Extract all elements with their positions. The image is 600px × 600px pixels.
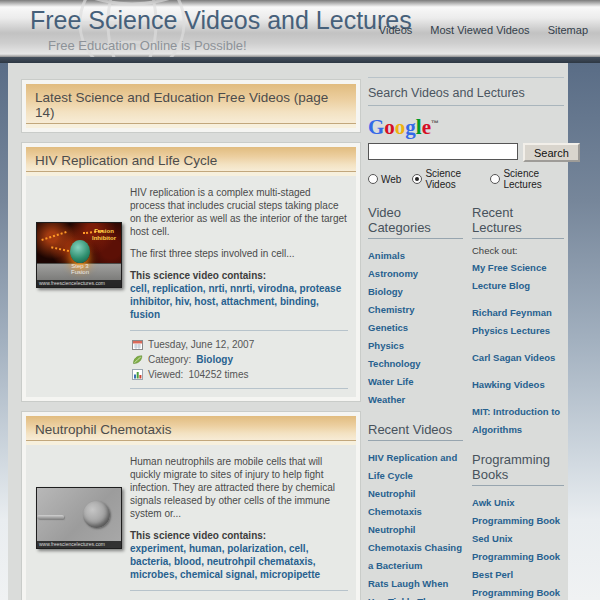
tag-link[interactable]: microbes (130, 569, 180, 580)
video-thumbnail[interactable]: Fusion Inhibitor Step 3 Fusion www.frees… (36, 222, 122, 288)
search-scope-option[interactable]: Web (368, 174, 401, 185)
google-logo: Google™ (368, 113, 564, 138)
programming-books-heading: Programming Books (472, 452, 564, 486)
tag-link[interactable]: nnrti (230, 283, 258, 294)
thumb-overlay-text: Fusion Inhibitor (90, 228, 118, 242)
site-title: Free Science Videos and Lectures (30, 6, 412, 35)
recent-video-link[interactable]: Neutrophil Chemotaxis Chasing a Bacteriu… (368, 524, 462, 571)
video-card-body: www.freesciencelectures.com Human neutro… (26, 445, 356, 600)
calendar-icon (132, 339, 143, 350)
tag-link[interactable]: cell (289, 543, 308, 554)
trademark-symbol: ™ (431, 119, 439, 128)
category-link[interactable]: Water Life (368, 376, 414, 387)
thumb-decoration (41, 231, 66, 241)
category-link[interactable]: Technology (368, 358, 421, 369)
thumb-watermark: www.freesciencelectures.com (37, 541, 121, 548)
radio-icon[interactable] (368, 174, 378, 184)
tag-link[interactable]: replication (152, 283, 208, 294)
list-item: Physics (368, 335, 463, 353)
tag-link[interactable]: experiment (130, 543, 189, 554)
search-scope-option[interactable]: Science Lectures (490, 168, 564, 190)
radio-icon[interactable] (412, 174, 422, 184)
site-header: Free Science Videos and Lectures Free Ed… (0, 0, 600, 57)
tag-link[interactable]: bacteria (130, 556, 174, 567)
lecture-link[interactable]: Richard Feynman Physics Lectures (472, 307, 552, 336)
tag-link[interactable]: binding (280, 296, 319, 307)
video-categories-section: Video Categories AnimalsAstronomyBiology… (368, 205, 463, 407)
nav-sitemap[interactable]: Sitemap (548, 24, 588, 36)
nav-videos[interactable]: Videos (379, 24, 412, 36)
recent-lectures-heading: Recent Lectures (472, 205, 564, 239)
list-item: Animals (368, 245, 463, 263)
tag-link[interactable]: nrti (208, 283, 230, 294)
recent-video-link[interactable]: Rats Laugh When You Tickle Them (368, 578, 448, 600)
tag-link[interactable]: host (194, 296, 221, 307)
tag-link[interactable]: chemical signal (180, 569, 260, 580)
search-button[interactable]: Search (523, 143, 580, 162)
lecture-link[interactable]: Hawking Videos (472, 379, 545, 390)
radio-icon[interactable] (490, 174, 500, 184)
tag-link[interactable]: human (189, 543, 227, 554)
viewed-label: Viewed: (148, 369, 183, 380)
tag-link[interactable]: polarization (227, 543, 289, 554)
description-paragraph: The first three steps involved in cell..… (130, 247, 348, 260)
video-card-body: Fusion Inhibitor Step 3 Fusion www.frees… (26, 176, 356, 397)
tag-link[interactable]: micropipette (260, 569, 320, 580)
category-icon (132, 354, 143, 365)
page-title-box: Latest Science and Education Free Videos… (22, 80, 360, 132)
category-link[interactable]: Genetics (368, 322, 408, 333)
list-item: Best Perl Programming Book (472, 564, 564, 600)
category-link[interactable]: Astronomy (368, 268, 418, 279)
list-item: Biology (368, 281, 463, 299)
list-item: Astronomy (368, 263, 463, 281)
lecture-link[interactable]: Carl Sagan Videos (472, 352, 555, 363)
book-link[interactable]: Sed Unix Programming Book (472, 533, 560, 562)
recent-lectures-section: Recent Lectures Check out: My Free Scien… (472, 205, 564, 437)
book-link[interactable]: Awk Unix Programming Book (472, 497, 560, 526)
meta-viewed-row: Viewed: 104252 times (132, 367, 348, 382)
video-description: Human neutrophils are mobile cells that … (130, 455, 348, 581)
video-meta: Tuesday, June 12, 2007 Category: Biology… (130, 590, 348, 600)
list-item: Neutrophil Chemotaxis Chasing a Bacteriu… (368, 519, 463, 573)
category-label: Category: (148, 354, 191, 365)
video-title-link[interactable]: HIV Replication and Life Cycle (26, 147, 356, 172)
video-thumbnail[interactable]: www.freesciencelectures.com (36, 487, 122, 549)
video-date: Tuesday, June 12, 2007 (148, 339, 254, 350)
video-title-link[interactable]: Neutrophil Chemotaxis (26, 416, 356, 441)
list-item: Weather (368, 389, 463, 407)
tag-link[interactable]: neutrohpil chemataxis (207, 556, 316, 567)
category-link[interactable]: Animals (368, 250, 405, 261)
category-link[interactable]: Biology (368, 286, 403, 297)
lecture-link[interactable]: My Free Science Lecture Blog (472, 262, 546, 291)
tag-link[interactable]: attachment (221, 296, 280, 307)
tag-link[interactable]: cell (130, 283, 152, 294)
book-link[interactable]: Best Perl Programming Book (472, 569, 560, 598)
search-section: Search Videos and Lectures Google™ Searc… (368, 77, 564, 190)
video-categories-list: AnimalsAstronomyBiologyChemistryGenetics… (368, 245, 463, 407)
page-title: Latest Science and Education Free Videos… (26, 84, 356, 124)
tags-block: This science video contains: cellreplica… (130, 269, 348, 321)
tag-link[interactable]: blood (174, 556, 207, 567)
category-link[interactable]: Physics (368, 340, 404, 351)
recent-video-link[interactable]: Neutrophil Chemotaxis (368, 488, 422, 517)
sidebar: Search Videos and Lectures Google™ Searc… (368, 77, 564, 600)
lecture-link[interactable]: MIT: Introduction to Algorithms (472, 406, 560, 435)
recent-video-link[interactable]: HIV Replication and Life Cycle (368, 452, 457, 481)
search-scope-option[interactable]: Science Videos (412, 168, 479, 190)
check-out-note: Check out: (472, 245, 564, 257)
tag-link[interactable]: hiv (175, 296, 194, 307)
tag-link[interactable]: virodna (258, 283, 300, 294)
video-card-hiv-replication: HIV Replication and Life Cycle Fusion In… (22, 143, 360, 401)
category-link[interactable]: Biology (196, 354, 233, 365)
nav-most-viewed-videos[interactable]: Most Viewed Videos (430, 24, 529, 36)
category-link[interactable]: Weather (368, 394, 405, 405)
category-link[interactable]: Chemistry (368, 304, 414, 315)
video-meta: Tuesday, June 12, 2007 Category: Biology… (130, 330, 348, 389)
search-input[interactable] (368, 143, 518, 160)
virus-illustration (70, 240, 90, 263)
meta-category-row: Category: Biology (132, 352, 348, 367)
video-categories-heading: Video Categories (368, 205, 463, 239)
search-scope-options: Web Science Videos Science Lectures (368, 168, 564, 190)
meta-date-row: Tuesday, June 12, 2007 (132, 337, 348, 352)
tag-link[interactable]: fusion (130, 309, 160, 320)
